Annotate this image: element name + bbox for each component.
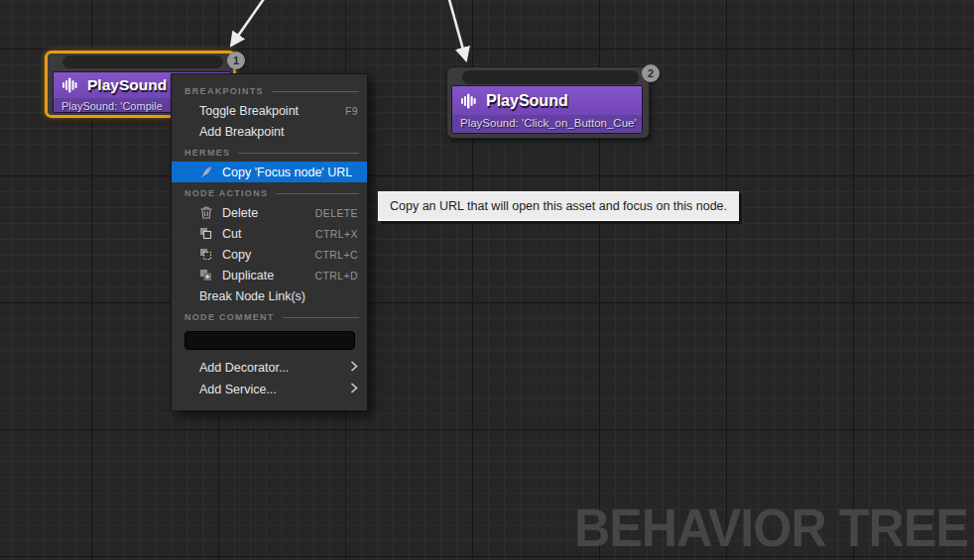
section-header-label: HERMES (184, 148, 230, 158)
menu-item-duplicate[interactable]: Duplicate CTRL+D (172, 265, 367, 285)
menu-item-label: Add Decorator... (199, 361, 350, 375)
menu-item-delete[interactable]: Delete DELETE (172, 202, 367, 223)
audio-wave-icon (61, 77, 80, 93)
section-header-breakpoints: BREAKPOINTS (172, 80, 367, 100)
node-pin-bar[interactable] (62, 56, 223, 68)
menu-item-copy[interactable]: Copy CTRL+C (172, 244, 367, 265)
edge-to-node-2 (448, 0, 466, 60)
menu-item-shortcut: CTRL+D (314, 270, 358, 281)
section-header-node-comment: NODE COMMENT (172, 306, 367, 326)
duplicate-icon (198, 269, 213, 281)
menu-item-label: Copy (222, 248, 314, 262)
menu-item-add-service[interactable]: Add Service... (172, 379, 367, 400)
audio-wave-icon (460, 93, 479, 109)
node-pin-bar[interactable] (462, 70, 639, 84)
section-divider (238, 153, 359, 154)
execution-order-badge: 2 (642, 64, 660, 82)
menu-item-label: Cut (222, 227, 315, 241)
section-header-node-actions: NODE ACTIONS (172, 182, 367, 202)
menu-item-label: Toggle Breakpoint (199, 104, 345, 118)
graph-canvas[interactable]: PlaySound PlaySound: 'Compile 1 P (0, 0, 974, 560)
section-header-label: NODE COMMENT (184, 312, 275, 322)
section-divider (272, 91, 359, 92)
menu-item-label: Add Breakpoint (199, 125, 358, 139)
menu-item-shortcut: CTRL+C (314, 249, 358, 261)
section-header-label: NODE ACTIONS (184, 188, 268, 198)
edge-to-node-1 (231, 0, 266, 46)
menu-item-shortcut: CTRL+X (315, 228, 358, 240)
menu-item-toggle-breakpoint[interactable]: Toggle Breakpoint F9 (172, 100, 367, 121)
section-header-label: BREAKPOINTS (184, 86, 264, 96)
menu-item-label: Break Node Link(s) (199, 289, 358, 303)
menu-item-cut[interactable]: Cut CTRL+X (172, 223, 367, 244)
copy-icon (198, 248, 213, 261)
section-header-hermes: HERMES (172, 142, 367, 162)
node-title: PlaySound (87, 76, 167, 94)
execution-order-badge: 1 (227, 52, 245, 69)
node-comment-input[interactable] (184, 331, 355, 350)
chevron-right-icon (350, 361, 358, 375)
section-divider (276, 193, 359, 194)
chevron-right-icon (350, 383, 358, 396)
node-title: PlaySound (486, 92, 568, 110)
graph-type-watermark: BEHAVIOR TREE (574, 497, 968, 558)
menu-item-copy-focus-node-url[interactable]: Copy 'Focus node' URL (172, 162, 367, 182)
menu-item-label: Add Service... (199, 383, 350, 396)
tooltip: Copy an URL that will open this asset an… (378, 191, 739, 221)
tooltip-text: Copy an URL that will open this asset an… (390, 199, 727, 213)
menu-item-add-breakpoint[interactable]: Add Breakpoint (172, 121, 367, 142)
menu-item-label: Copy 'Focus node' URL (222, 166, 358, 179)
menu-item-break-node-links[interactable]: Break Node Link(s) (172, 285, 367, 306)
node-subtitle: PlaySound: 'Click_on_Button_Cue' (452, 115, 642, 133)
cut-icon (198, 227, 213, 240)
playsound-node-2[interactable]: PlaySound PlaySound: 'Click_on_Button_Cu… (446, 66, 650, 139)
feather-icon (198, 166, 213, 178)
menu-item-label: Delete (222, 206, 315, 220)
section-divider (283, 317, 359, 318)
menu-item-shortcut: DELETE (315, 207, 358, 219)
trash-icon (198, 206, 213, 219)
menu-item-add-decorator[interactable]: Add Decorator... (172, 357, 367, 379)
menu-item-label: Duplicate (222, 269, 314, 282)
node-context-menu: BREAKPOINTS Toggle Breakpoint F9 Add Bre… (171, 73, 368, 411)
menu-item-shortcut: F9 (345, 105, 358, 117)
